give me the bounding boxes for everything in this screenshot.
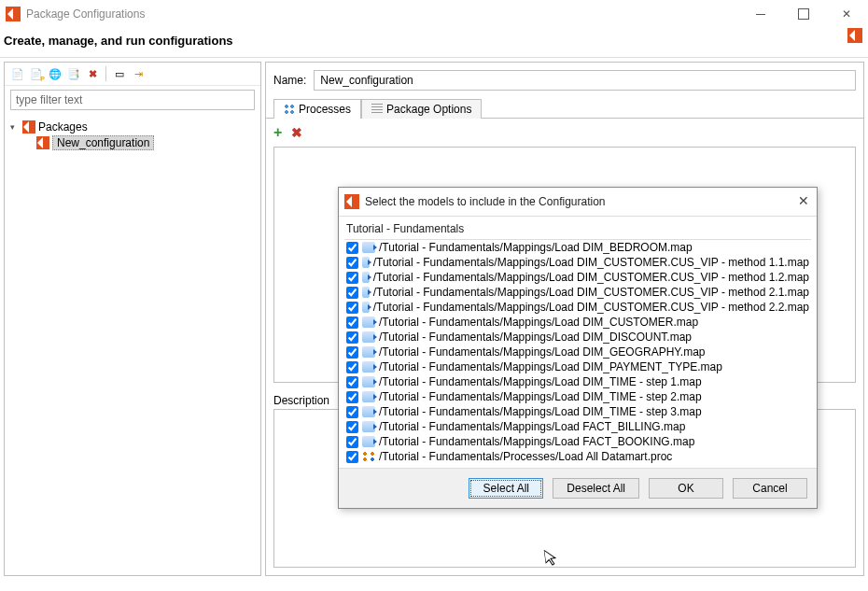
model-path-label: /Tutorial - Fundamentals/Mappings/Load D… [379,360,722,373]
model-row[interactable]: /Tutorial - Fundamentals/Mappings/Load D… [344,330,811,345]
tree-root-label: Packages [38,120,88,134]
mapping-icon [362,346,375,358]
model-checkbox[interactable] [346,421,358,433]
model-path-label: /Tutorial - Fundamentals/Processes/Load … [379,450,672,463]
brand-icon [847,28,862,43]
model-checkbox[interactable] [346,361,358,373]
model-row[interactable]: /Tutorial - Fundamentals/Mappings/Load D… [344,404,811,419]
name-row: Name: [266,63,863,98]
model-row[interactable]: /Tutorial - Fundamentals/Processes/Load … [344,449,811,464]
page-subtitle: Create, manage, and run configurations [4,34,233,48]
close-button[interactable] [825,0,868,28]
model-group-header: Tutorial - Fundamentals [344,220,811,239]
model-checkbox[interactable] [346,406,358,418]
chevron-down-icon[interactable]: ▾ [10,122,20,132]
model-checkbox[interactable] [346,242,358,254]
deselect-all-button[interactable]: Deselect All [553,478,639,499]
filter-input[interactable] [10,90,255,110]
model-path-label: /Tutorial - Fundamentals/Mappings/Load F… [379,435,694,448]
model-checkbox[interactable] [346,346,358,359]
mapping-icon [362,331,375,343]
minimize-button[interactable] [739,0,782,28]
collapse-all-icon[interactable]: ▭ [112,66,127,81]
cancel-button[interactable]: Cancel [733,478,807,499]
left-toolbar: 📄 📄P 🌐 📑 ✖ ▭ ⇥ [5,63,260,86]
model-path-label: /Tutorial - Fundamentals/Mappings/Load D… [379,405,702,418]
model-path-label: /Tutorial - Fundamentals/Mappings/Load D… [379,316,698,329]
model-row[interactable]: /Tutorial - Fundamentals/Mappings/Load D… [344,315,811,330]
model-checkbox[interactable] [346,287,358,299]
model-row[interactable]: /Tutorial - Fundamentals/Mappings/Load D… [344,270,811,285]
model-checkbox[interactable] [346,451,358,463]
dialog-body: Tutorial - Fundamentals /Tutorial - Fund… [339,216,817,468]
dialog-titlebar: Select the models to include in the Conf… [339,188,817,216]
tabs: Processes Package Options [266,98,863,119]
delete-icon[interactable]: ✖ [85,66,100,81]
config-icon [36,136,49,149]
ok-button[interactable]: OK [649,478,723,499]
model-checkbox[interactable] [346,257,358,269]
model-checkbox[interactable] [346,376,358,388]
dialog-title: Select the models to include in the Conf… [365,195,606,208]
dialog-close-button[interactable]: ✕ [798,193,809,208]
tab-package-options[interactable]: Package Options [361,99,482,119]
page-subtitle-bar: Create, manage, and run configurations [0,28,868,57]
options-tab-icon [371,104,383,115]
toolbar-separator [105,66,106,81]
mapping-icon [362,272,370,283]
mapping-icon [362,242,375,253]
maximize-button[interactable] [782,0,825,28]
model-row[interactable]: /Tutorial - Fundamentals/Mappings/Load F… [344,419,811,434]
tab-processes[interactable]: Processes [273,99,361,119]
model-row[interactable]: /Tutorial - Fundamentals/Mappings/Load D… [344,285,811,300]
model-row[interactable]: /Tutorial - Fundamentals/Mappings/Load D… [344,374,811,389]
select-models-dialog: Select the models to include in the Conf… [338,187,818,509]
config-tree: ▾ Packages New_configuration [5,114,260,157]
export-icon[interactable]: 🌐 [48,66,63,81]
model-row[interactable]: /Tutorial - Fundamentals/Mappings/Load D… [344,255,811,270]
remove-process-button[interactable]: ✖ [291,125,302,140]
name-input[interactable] [314,70,856,91]
tab-processes-label: Processes [299,103,351,116]
model-row[interactable]: /Tutorial - Fundamentals/Mappings/Load D… [344,300,811,315]
model-checkbox[interactable] [346,272,358,284]
model-checkbox[interactable] [346,391,358,403]
model-path-label: /Tutorial - Fundamentals/Mappings/Load D… [373,256,809,269]
model-row[interactable]: /Tutorial - Fundamentals/Mappings/Load D… [344,345,811,359]
model-checkbox[interactable] [346,302,358,314]
model-checkbox[interactable] [346,317,358,329]
mapping-icon [362,421,375,432]
model-row[interactable]: /Tutorial - Fundamentals/Mappings/Load D… [344,359,811,374]
model-list: /Tutorial - Fundamentals/Mappings/Load D… [344,239,811,464]
mapping-icon [362,376,375,387]
model-row[interactable]: /Tutorial - Fundamentals/Mappings/Load D… [344,389,811,404]
model-path-label: /Tutorial - Fundamentals/Mappings/Load D… [379,241,693,254]
mapping-icon [362,361,375,373]
new-config-icon[interactable]: 📄 [10,66,25,81]
model-path-label: /Tutorial - Fundamentals/Mappings/Load F… [379,420,685,433]
model-row[interactable]: /Tutorial - Fundamentals/Mappings/Load F… [344,434,811,449]
mapping-icon [362,436,375,447]
tab-options-label: Package Options [386,103,471,116]
processes-toolbar: + ✖ [266,119,863,147]
new-folder-icon[interactable]: 📄P [29,66,44,81]
window-title: Package Configurations [26,7,145,21]
packages-icon [22,120,35,134]
duplicate-icon[interactable]: 📑 [66,66,81,81]
rightarrow-icon[interactable]: ⇥ [131,66,146,81]
add-process-button[interactable]: + [273,124,282,141]
mapping-icon [362,391,375,402]
tree-root-row[interactable]: ▾ Packages [10,120,255,134]
mapping-icon [362,302,370,313]
model-checkbox[interactable] [346,436,358,448]
model-row[interactable]: /Tutorial - Fundamentals/Mappings/Load D… [344,240,811,255]
select-all-button[interactable]: Select All [469,478,543,499]
model-checkbox[interactable] [346,331,358,344]
model-path-label: /Tutorial - Fundamentals/Mappings/Load D… [379,331,692,344]
tree-child-row[interactable]: New_configuration [36,134,255,151]
app-icon [6,7,21,21]
dialog-button-bar: Select All Deselect All OK Cancel [339,468,817,508]
model-path-label: /Tutorial - Fundamentals/Mappings/Load D… [373,301,809,314]
dialog-app-icon [344,194,359,209]
model-path-label: /Tutorial - Fundamentals/Mappings/Load D… [379,390,702,403]
